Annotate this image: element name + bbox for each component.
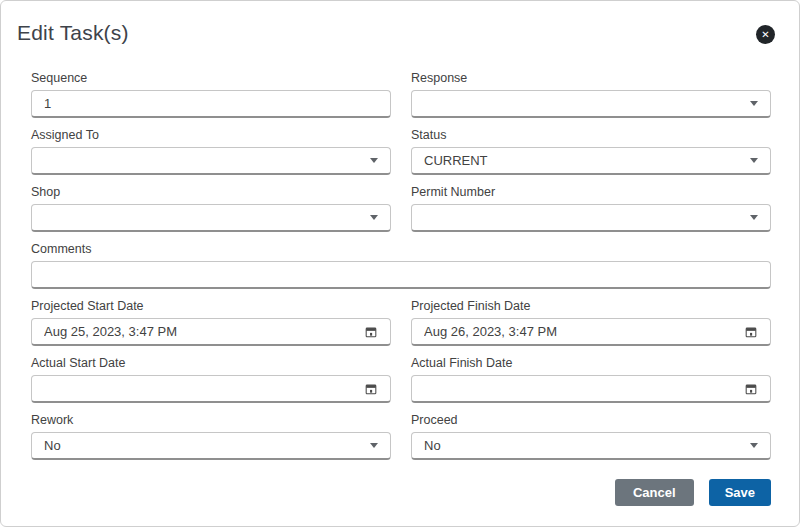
field-permit-number: Permit Number bbox=[411, 185, 771, 232]
proceed-dropdown[interactable]: No bbox=[411, 432, 771, 460]
chevron-down-icon bbox=[370, 215, 378, 220]
projected-start-date-input[interactable]: Aug 25, 2023, 3:47 PM bbox=[31, 318, 391, 346]
actual-finish-date-label: Actual Finish Date bbox=[411, 356, 771, 371]
dialog-title: Edit Task(s) bbox=[17, 21, 129, 45]
shop-dropdown[interactable] bbox=[31, 204, 391, 232]
close-icon[interactable]: ✕ bbox=[756, 25, 775, 44]
status-label: Status bbox=[411, 128, 771, 143]
chevron-down-icon bbox=[750, 443, 758, 448]
assigned-to-dropdown[interactable] bbox=[31, 147, 391, 175]
projected-start-date-value: Aug 25, 2023, 3:47 PM bbox=[44, 324, 356, 339]
status-dropdown[interactable]: CURRENT bbox=[411, 147, 771, 175]
proceed-label: Proceed bbox=[411, 413, 771, 428]
field-actual-finish-date: Actual Finish Date bbox=[411, 356, 771, 403]
status-value: CURRENT bbox=[424, 153, 742, 168]
field-rework: Rework No bbox=[31, 413, 391, 460]
field-assigned-to: Assigned To bbox=[31, 128, 391, 175]
cancel-button[interactable]: Cancel bbox=[615, 479, 694, 506]
actual-start-date-label: Actual Start Date bbox=[31, 356, 391, 371]
projected-finish-date-label: Projected Finish Date bbox=[411, 299, 771, 314]
permit-number-dropdown[interactable] bbox=[411, 204, 771, 232]
chevron-down-icon bbox=[750, 158, 758, 163]
proceed-value: No bbox=[424, 438, 742, 453]
response-dropdown[interactable] bbox=[411, 90, 771, 118]
dialog-footer: Cancel Save bbox=[1, 479, 771, 506]
chevron-down-icon bbox=[370, 158, 378, 163]
rework-value: No bbox=[44, 438, 362, 453]
comments-label: Comments bbox=[31, 242, 771, 257]
field-response: Response bbox=[411, 71, 771, 118]
chevron-down-icon bbox=[750, 101, 758, 106]
calendar-icon[interactable] bbox=[744, 325, 758, 339]
field-projected-finish-date: Projected Finish Date Aug 26, 2023, 3:47… bbox=[411, 299, 771, 346]
dialog-header: Edit Task(s) ✕ bbox=[1, 1, 799, 45]
sequence-input[interactable] bbox=[31, 90, 391, 118]
assigned-to-label: Assigned To bbox=[31, 128, 391, 143]
field-sequence: Sequence bbox=[31, 71, 391, 118]
save-button[interactable]: Save bbox=[709, 479, 771, 506]
sequence-label: Sequence bbox=[31, 71, 391, 86]
projected-finish-date-input[interactable]: Aug 26, 2023, 3:47 PM bbox=[411, 318, 771, 346]
comments-input[interactable] bbox=[31, 261, 771, 289]
response-label: Response bbox=[411, 71, 771, 86]
field-proceed: Proceed No bbox=[411, 413, 771, 460]
calendar-icon[interactable] bbox=[364, 382, 378, 396]
rework-dropdown[interactable]: No bbox=[31, 432, 391, 460]
field-comments: Comments bbox=[31, 242, 771, 289]
chevron-down-icon bbox=[750, 215, 758, 220]
calendar-icon[interactable] bbox=[364, 325, 378, 339]
permit-number-label: Permit Number bbox=[411, 185, 771, 200]
field-status: Status CURRENT bbox=[411, 128, 771, 175]
rework-label: Rework bbox=[31, 413, 391, 428]
actual-finish-date-input[interactable] bbox=[411, 375, 771, 403]
actual-start-date-input[interactable] bbox=[31, 375, 391, 403]
projected-start-date-label: Projected Start Date bbox=[31, 299, 391, 314]
field-projected-start-date: Projected Start Date Aug 25, 2023, 3:47 … bbox=[31, 299, 391, 346]
edit-task-form: Sequence Response Assigned To Status CUR… bbox=[31, 71, 771, 460]
field-actual-start-date: Actual Start Date bbox=[31, 356, 391, 403]
projected-finish-date-value: Aug 26, 2023, 3:47 PM bbox=[424, 324, 736, 339]
shop-label: Shop bbox=[31, 185, 391, 200]
calendar-icon[interactable] bbox=[744, 382, 758, 396]
chevron-down-icon bbox=[370, 443, 378, 448]
edit-task-dialog: Edit Task(s) ✕ Sequence Response Assigne… bbox=[0, 0, 800, 527]
field-shop: Shop bbox=[31, 185, 391, 232]
